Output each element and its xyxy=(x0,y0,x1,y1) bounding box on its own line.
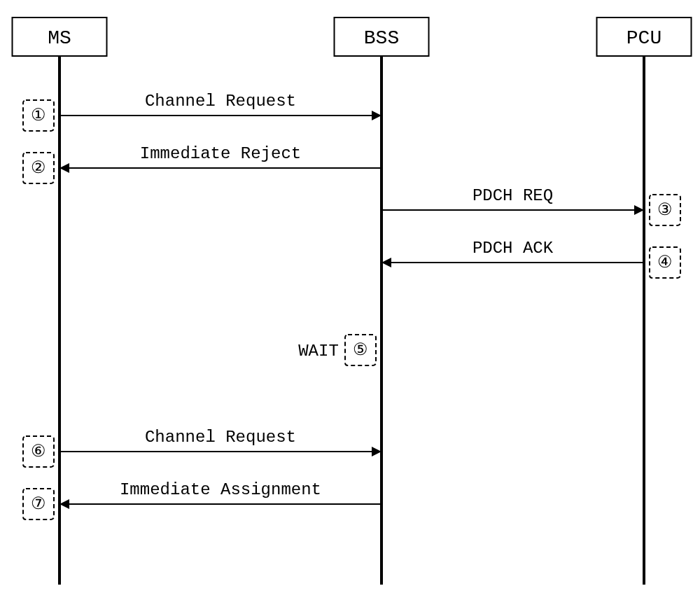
arrow-head xyxy=(382,258,391,267)
step-number-6: ⑥ xyxy=(31,442,46,461)
step-number-3: ③ xyxy=(657,201,673,220)
arrow-head xyxy=(372,111,382,120)
arrow-head xyxy=(59,163,69,173)
arrow-head xyxy=(59,499,69,509)
message-label-4: PDCH ACK xyxy=(472,239,554,258)
arrow-head xyxy=(372,447,382,456)
step-number-4: ④ xyxy=(657,253,673,272)
arrow-head xyxy=(634,205,644,215)
message-label-2: Immediate Reject xyxy=(140,144,301,163)
step-number-5: ⑤ xyxy=(353,341,368,360)
step-number-1: ① xyxy=(31,106,46,125)
message-label-3: PDCH REQ xyxy=(472,186,553,205)
message-label-6: Channel Request xyxy=(145,428,296,447)
message-label-1: Channel Request xyxy=(145,92,296,111)
participant-label-ms: MS xyxy=(48,27,71,49)
participant-label-bss: BSS xyxy=(364,27,399,49)
sequence-diagram: MSBSSPCUChannel Request①Immediate Reject… xyxy=(0,0,700,593)
step-number-2: ② xyxy=(31,159,46,178)
participant-label-pcu: PCU xyxy=(626,27,662,49)
message-label-7: Immediate Assignment xyxy=(120,480,321,499)
self-note-label: WAIT xyxy=(298,342,339,361)
step-number-7: ⑦ xyxy=(31,495,46,514)
